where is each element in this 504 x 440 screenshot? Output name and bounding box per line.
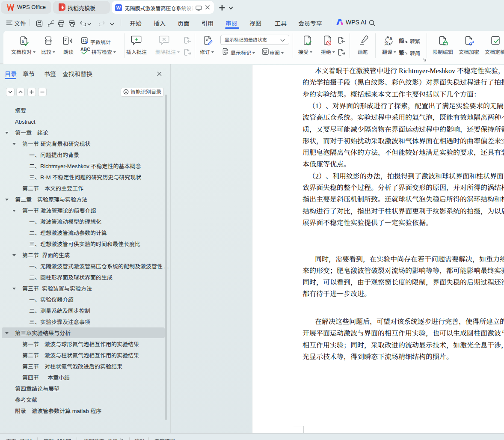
svg-text:12: 12 bbox=[82, 38, 86, 43]
svg-text:文: 文 bbox=[384, 39, 389, 46]
svg-text:A: A bbox=[389, 36, 392, 41]
